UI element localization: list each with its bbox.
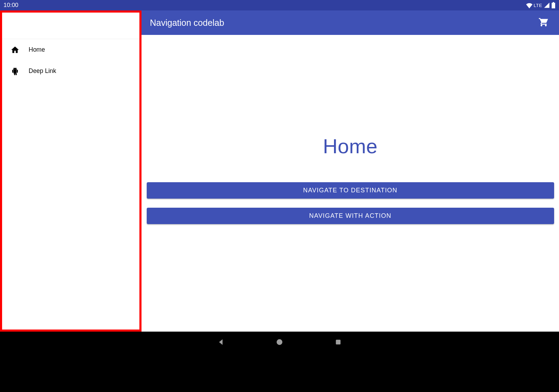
svg-point-0 [277, 339, 283, 345]
navigate-destination-button[interactable]: NAVIGATE TO DESTINATION [147, 182, 554, 199]
drawer-item-home[interactable]: Home [2, 39, 139, 60]
cart-button[interactable] [537, 16, 551, 30]
navigation-drawer: Home Deep Link [0, 10, 141, 332]
app-bar-title: Navigation codelab [150, 18, 537, 28]
cart-icon [538, 17, 549, 29]
page-heading: Home [323, 134, 378, 158]
network-label: LTE [534, 3, 542, 8]
home-icon [10, 45, 20, 54]
drawer-item-label: Deep Link [29, 67, 56, 75]
recents-button[interactable] [333, 337, 343, 347]
signal-icon [544, 2, 550, 8]
back-button[interactable] [216, 337, 226, 347]
drawer-item-label: Home [29, 46, 45, 53]
app-bar: Navigation codelab [141, 10, 559, 35]
navigate-action-button[interactable]: NAVIGATE WITH ACTION [147, 208, 554, 224]
battery-icon [551, 2, 556, 8]
drawer-header [2, 13, 139, 39]
letterbox [0, 353, 559, 392]
wifi-icon [526, 2, 532, 8]
system-navigation-bar [0, 332, 559, 353]
status-bar: 10:00 LTE [0, 0, 559, 10]
svg-rect-1 [336, 340, 340, 344]
main-content: Home NAVIGATE TO DESTINATION NAVIGATE WI… [141, 35, 559, 332]
home-button[interactable] [275, 337, 284, 347]
drawer-item-deeplink[interactable]: Deep Link [2, 60, 139, 82]
android-icon [10, 67, 20, 76]
status-time: 10:00 [3, 2, 19, 9]
